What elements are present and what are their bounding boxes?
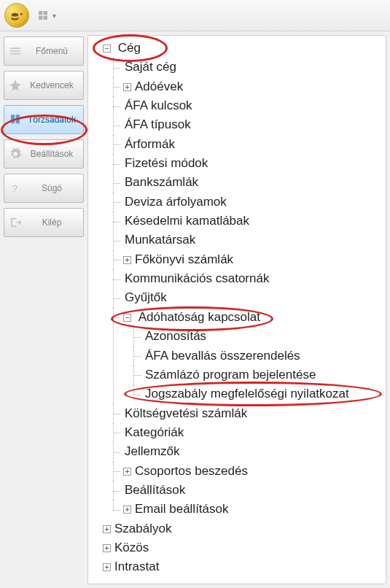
exit-icon (4, 216, 26, 229)
app-orb[interactable] (4, 3, 29, 28)
sidebar-item-home[interactable]: Főmenü (4, 36, 84, 66)
tree-node-jogszabaly[interactable]: Jogszabály megfelelőségi nyilatkozat (133, 384, 384, 403)
tree-node[interactable]: Beállítások (113, 481, 384, 500)
expand-icon[interactable] (123, 83, 131, 91)
sidebar-item-exit[interactable]: Kilép (4, 208, 84, 237)
svg-rect-0 (39, 11, 42, 15)
tree-node[interactable]: Intrastat (93, 557, 384, 576)
sidebar-item-label: Súgó (26, 183, 83, 193)
tree-node[interactable]: Gyűjtők (113, 288, 384, 307)
collapse-icon[interactable] (123, 314, 131, 322)
sidebar-item-masterdata[interactable]: Törzsadatok (4, 105, 84, 134)
tree-panel: Cég Saját cég Adóévek ÁFA kulcsok ÁFA tí… (87, 35, 386, 584)
tree-node[interactable]: Fizetési módok (113, 154, 384, 173)
titlebar: ▾ (0, 0, 390, 31)
tree: Cég Saját cég Adóévek ÁFA kulcsok ÁFA tí… (90, 39, 384, 577)
tree-node-root[interactable]: Cég Saját cég Adóévek ÁFA kulcsok ÁFA tí… (93, 39, 384, 519)
tree-node[interactable]: Kategóriák (113, 423, 384, 442)
tree-node[interactable]: Bankszámlák (113, 173, 384, 192)
sidebar: Főmenü Kedvencek Törzsadatok Beállítások… (0, 31, 87, 588)
svg-rect-1 (44, 11, 47, 15)
book-icon (4, 113, 26, 126)
sidebar-item-settings[interactable]: Beállítások (4, 139, 84, 169)
collapse-icon[interactable] (103, 45, 111, 53)
expand-icon[interactable] (123, 468, 131, 476)
expand-icon[interactable] (103, 525, 111, 533)
svg-text:?: ? (12, 183, 18, 194)
office-icon[interactable] (36, 9, 50, 22)
tree-node[interactable]: Késedelmi kamatlábak (113, 212, 384, 231)
menu-icon (4, 45, 26, 58)
expand-icon[interactable] (123, 256, 131, 264)
expand-icon[interactable] (123, 506, 131, 514)
tree-node-label[interactable]: Cég (117, 41, 142, 55)
tree-node[interactable]: Szabályok (93, 519, 384, 538)
sidebar-item-label: Kedvencek (26, 80, 83, 90)
expand-icon[interactable] (103, 563, 111, 571)
tree-node[interactable]: Munkatársak (113, 231, 384, 249)
tree-node[interactable]: Árformák (113, 135, 384, 154)
sidebar-item-favorites[interactable]: Kedvencek (4, 71, 84, 100)
tree-node[interactable]: ÁFA típusok (113, 115, 384, 134)
help-icon: ? (4, 182, 26, 195)
star-icon (4, 79, 26, 92)
tree-node[interactable]: ÁFA bevallás összerendelés (133, 347, 384, 365)
sidebar-item-help[interactable]: ? Súgó (4, 174, 84, 203)
sidebar-item-label: Kilép (26, 217, 83, 228)
svg-rect-2 (39, 16, 42, 20)
svg-rect-3 (44, 16, 47, 20)
gear-icon (4, 147, 26, 160)
tree-node[interactable]: Csoportos beszedés (113, 462, 384, 481)
tree-node[interactable]: Főkönyvi számlák (113, 250, 384, 269)
tree-node[interactable]: Adóévek (113, 77, 384, 96)
tree-node[interactable]: Deviza árfolyamok (113, 193, 384, 212)
tree-node[interactable]: Saját cég (113, 58, 384, 77)
tree-node-adohatosag[interactable]: Adóhatóság kapcsolat Azonosítás ÁFA beva… (113, 308, 384, 404)
tree-node[interactable]: Jellemzők (113, 442, 384, 461)
tree-node[interactable]: Azonosítás (133, 327, 384, 346)
tree-node[interactable]: Számlázó program bejelentése (133, 365, 384, 384)
tree-node[interactable]: Kommunikációs csatornák (113, 269, 384, 288)
sidebar-item-label: Törzsadatok (26, 115, 83, 125)
sidebar-item-label: Főmenü (26, 46, 83, 56)
tree-node[interactable]: Közös (93, 538, 384, 557)
qat-dropdown-icon[interactable]: ▾ (52, 12, 56, 20)
sidebar-item-label: Beállítások (26, 149, 83, 159)
tree-node[interactable]: Email beállítások (113, 500, 384, 519)
tree-node[interactable]: Költségvetési számlák (113, 404, 384, 423)
expand-icon[interactable] (103, 544, 111, 552)
tree-node[interactable]: ÁFA kulcsok (113, 96, 384, 115)
